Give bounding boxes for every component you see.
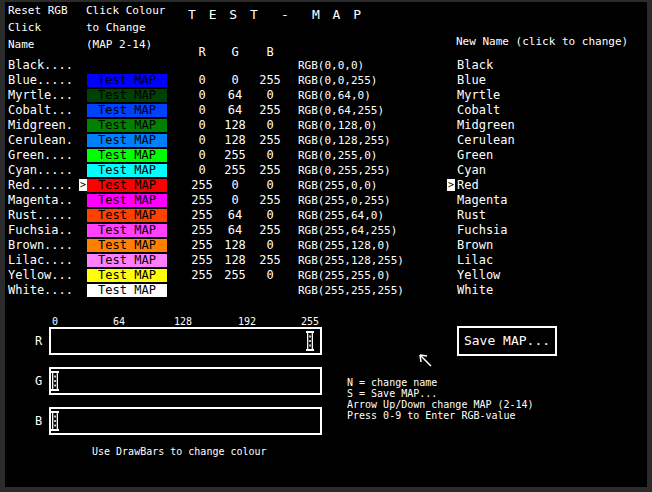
drawbar-label-r: R (35, 327, 49, 355)
colour-name[interactable]: Blue..... (8, 73, 73, 88)
selection-cursor-left: > (79, 179, 87, 191)
test-map-button[interactable]: Test MAP (87, 179, 167, 192)
new-name[interactable]: Yellow (457, 268, 500, 283)
new-name[interactable]: Black (457, 58, 493, 73)
rgb-value-label: RGB(255,128,0) (298, 238, 391, 253)
colour-name[interactable]: White.... (8, 283, 73, 298)
test-map-button[interactable]: Test MAP (87, 164, 167, 177)
new-name[interactable]: Blue (457, 73, 486, 88)
colour-name[interactable]: Fuchsia.. (8, 223, 73, 238)
test-map-button[interactable]: Test MAP (87, 284, 167, 297)
rgb-value-label: RGB(0,64,255) (298, 103, 384, 118)
colour-name[interactable]: Green.... (8, 148, 73, 163)
test-map-button[interactable]: Test MAP (87, 254, 167, 267)
new-name[interactable]: Cobalt (457, 103, 500, 118)
colour-name[interactable]: Yellow... (8, 268, 73, 283)
r-value: 255 (184, 268, 220, 283)
selection-cursor-right: > (447, 179, 455, 191)
rgb-value-label: RGB(0,0,255) (298, 73, 377, 88)
colour-name[interactable]: Brown.... (8, 238, 73, 253)
help-name: Name (8, 39, 35, 51)
rgb-value-label: RGB(0,255,255) (298, 163, 391, 178)
g-value: 0 (217, 178, 253, 193)
colour-name[interactable]: Myrtle... (8, 88, 73, 103)
colour-name[interactable]: Rust..... (8, 208, 73, 223)
new-name[interactable]: Lilac (457, 253, 493, 268)
table-row: Cobalt...Test MAP064255RGB(0,64,255)Coba… (5, 103, 647, 118)
r-value: 0 (184, 133, 220, 148)
rgb-value-label: RGB(255,0,0) (298, 178, 377, 193)
drawbar-handle-r[interactable] (306, 331, 314, 355)
drawbars-caption: Use DrawBars to change colour (92, 446, 267, 457)
test-map-button[interactable]: Test MAP (87, 74, 167, 87)
g-value: 128 (217, 133, 253, 148)
test-map-button[interactable]: Test MAP (87, 134, 167, 147)
help-save-map: S = Save MAP... (347, 388, 437, 399)
r-value: 0 (184, 148, 220, 163)
test-map-button[interactable]: Test MAP (87, 194, 167, 207)
new-name[interactable]: Red (457, 178, 479, 193)
new-name[interactable]: Magenta (457, 193, 508, 208)
scale-tick: 128 (174, 316, 192, 327)
drawbar-label-b: B (35, 407, 49, 435)
test-map-button[interactable]: Test MAP (87, 149, 167, 162)
b-value: 0 (252, 238, 288, 253)
b-value: 0 (252, 88, 288, 103)
rgb-value-label: RGB(255,64,255) (298, 223, 397, 238)
drawbar-g[interactable] (49, 367, 322, 395)
new-name[interactable]: White (457, 283, 493, 298)
new-name[interactable]: Green (457, 148, 493, 163)
colour-name[interactable]: Cyan..... (8, 163, 73, 178)
rgb-value-label: RGB(255,64,0) (298, 208, 384, 223)
table-row: Magenta..Test MAP2550255RGB(255,0,255)Ma… (5, 193, 647, 208)
rgb-value-label: RGB(255,255,0) (298, 268, 391, 283)
new-name[interactable]: Cyan (457, 163, 486, 178)
b-value: 0 (252, 268, 288, 283)
colour-name[interactable]: Midgreen. (8, 118, 73, 133)
drawbar-handle-b[interactable] (51, 411, 59, 435)
scale-tick: 255 (301, 316, 319, 327)
test-map-button[interactable]: Test MAP (87, 104, 167, 117)
table-row: Cerulean.Test MAP0128255RGB(0,128,255)Ce… (5, 133, 647, 148)
b-value: 255 (252, 253, 288, 268)
drawbar-r[interactable] (49, 327, 322, 355)
r-value: 255 (184, 193, 220, 208)
new-name[interactable]: Brown (457, 238, 493, 253)
new-name[interactable]: Rust (457, 208, 486, 223)
b-value: 255 (252, 223, 288, 238)
colour-name[interactable]: Lilac.... (8, 253, 73, 268)
g-value: 0 (217, 193, 253, 208)
test-map-button[interactable]: Test MAP (87, 224, 167, 237)
g-value (217, 58, 253, 73)
test-map-button[interactable]: Test MAP (87, 119, 167, 132)
colour-name[interactable]: Black.... (8, 58, 73, 73)
new-name[interactable]: Cerulean (457, 133, 515, 148)
colour-name[interactable]: Red...... (8, 178, 73, 193)
new-name[interactable]: Fuchsia (457, 223, 508, 238)
g-value: 64 (217, 103, 253, 118)
drawbar-b[interactable] (49, 407, 322, 435)
scale-tick: 0 (52, 316, 58, 327)
colour-name[interactable]: Cerulean. (8, 133, 73, 148)
scale-tick: 64 (113, 316, 125, 327)
test-map-button[interactable]: Test MAP (87, 59, 167, 72)
rgb-value-label: RGB(255,128,255) (298, 253, 404, 268)
g-value (217, 283, 253, 298)
rgb-value-label: RGB(0,128,255) (298, 133, 391, 148)
colour-name[interactable]: Magenta.. (8, 193, 73, 208)
test-map-button[interactable]: Test MAP (87, 239, 167, 252)
new-name[interactable]: Midgreen (457, 118, 515, 133)
test-map-button[interactable]: Test MAP (87, 89, 167, 102)
r-value: 255 (184, 178, 220, 193)
drawbar-handle-g[interactable] (51, 371, 59, 395)
help-arrow-keys: Arrow Up/Down change MAP (2-14) (347, 399, 534, 410)
colour-name[interactable]: Cobalt... (8, 103, 73, 118)
help-reset-rgb: Reset RGB (8, 5, 68, 17)
save-map-button[interactable]: Save MAP... (457, 326, 557, 356)
test-map-button[interactable]: Test MAP (87, 269, 167, 282)
b-value: 0 (252, 208, 288, 223)
new-name-header: New Name (click to change) (456, 36, 628, 48)
new-name[interactable]: Myrtle (457, 88, 500, 103)
table-row: Cyan.....Test MAP0255255RGB(0,255,255)Cy… (5, 163, 647, 178)
test-map-button[interactable]: Test MAP (87, 209, 167, 222)
